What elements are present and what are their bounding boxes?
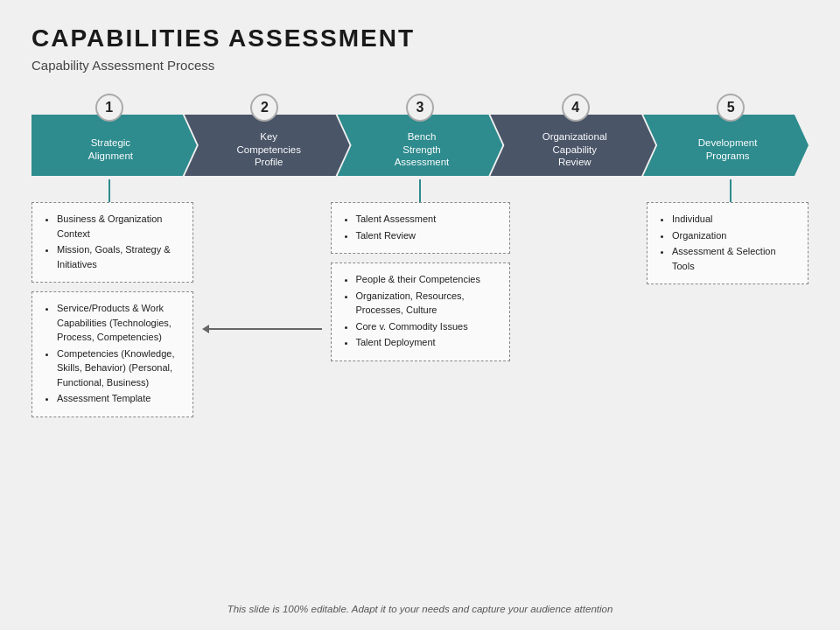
box-col3-top-item-2: Talent Review (356, 228, 499, 243)
step-3-content: Bench Strength Assessment (374, 118, 467, 173)
step-5: Development Programs (643, 115, 808, 176)
step-5-content: Development Programs (677, 124, 775, 166)
box-col3-top: Talent Assessment Talent Review (331, 202, 510, 254)
subtitle: Capability Assessment Process (32, 58, 808, 73)
box-col3-bottom-item-3: Core v. Commodity Issues (356, 319, 499, 334)
arrow-left-head (202, 325, 209, 333)
box-col1-top: Business & Organization Context Mission,… (32, 202, 193, 283)
step-1-content: Strategic Alignment (78, 124, 150, 166)
h-arrow-col1-col3 (202, 325, 322, 333)
box-col1-bottom-item-2: Competencies (Knowledge, Skills, Behavio… (57, 346, 182, 390)
step-2: Key Competencies Profile (185, 115, 350, 176)
step-2-content: Key Competencies Profile (215, 118, 318, 173)
step-3: Bench Strength Assessment (338, 115, 503, 176)
box-col3-bottom-item-2: Organization, Resources, Processes, Cult… (356, 289, 499, 318)
box-col3-top-item-1: Talent Assessment (356, 212, 499, 227)
step-3-number: 3 (406, 94, 434, 122)
step-5-number: 5 (717, 94, 745, 122)
box-col1-bottom: Service/Products & Work Capabilities (Te… (32, 291, 193, 417)
connectors-row (32, 176, 808, 202)
step-1: Strategic Alignment (32, 115, 197, 176)
box-col3-bottom-item-4: Talent Deployment (356, 335, 499, 350)
box-col1-bottom-item-3: Assessment Template (57, 391, 182, 406)
step-5-label: Development Programs (698, 136, 758, 163)
col-1: Business & Organization Context Mission,… (32, 202, 193, 417)
box-col5-top-item-1: Individual (672, 212, 797, 227)
box-col3-bottom: People & their Competencies Organization… (331, 262, 510, 361)
process-bar: Strategic Alignment Key Competencies Pro… (32, 115, 808, 176)
content-area: Business & Organization Context Mission,… (32, 202, 808, 417)
step-2-label: Key Competencies Profile (236, 130, 301, 170)
h-line-1 (209, 328, 322, 330)
slide: CAPABILITIES ASSESSMENT Capability Asses… (0, 0, 840, 630)
step-1-label: Strategic Alignment (88, 136, 133, 163)
process-wrapper: 1 2 3 4 5 Strategic Alignment Key Compet… (32, 94, 808, 202)
box-col1-bottom-item-1: Service/Products & Work Capabilities (Te… (57, 301, 182, 345)
box-col1-top-item-2: Mission, Goals, Strategy & Initiatives (57, 242, 182, 271)
step-4: Organizational Capability Review (490, 115, 655, 176)
col-5: Individual Organization Assessment & Sel… (647, 202, 808, 284)
step-4-content: Organizational Capability Review (522, 118, 625, 173)
box-col5-top-item-3: Assessment & Selection Tools (672, 244, 797, 273)
step-4-label: Organizational Capability Review (542, 130, 607, 170)
col-3: Talent Assessment Talent Review People &… (331, 202, 510, 361)
box-col3-bottom-item-1: People & their Competencies (356, 272, 499, 287)
footer-text: This slide is 100% editable. Adapt it to… (0, 604, 840, 614)
step-3-label: Bench Strength Assessment (395, 130, 450, 170)
main-title: CAPABILITIES ASSESSMENT (32, 24, 808, 52)
step-1-number: 1 (95, 94, 123, 122)
box-col1-top-item-1: Business & Organization Context (57, 212, 182, 241)
box-col5-top-item-2: Organization (672, 228, 797, 243)
step-4-number: 4 (562, 94, 590, 122)
box-col5-top: Individual Organization Assessment & Sel… (647, 202, 808, 284)
